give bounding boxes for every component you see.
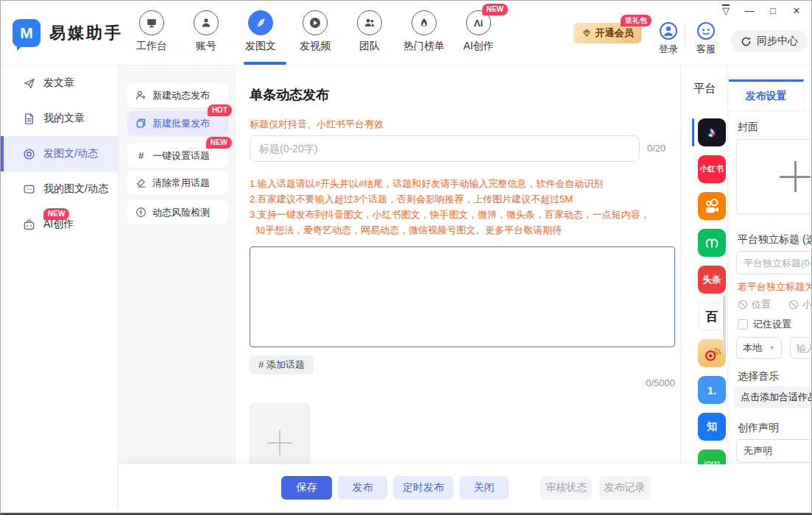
remember-settings-checkbox[interactable]: 记住设置: [738, 318, 791, 331]
chat-bubble-icon: [23, 183, 35, 196]
source-select[interactable]: 本地 ▼: [736, 337, 782, 359]
publish-button[interactable]: 发布: [338, 476, 387, 500]
title-input[interactable]: [250, 135, 640, 162]
tip-line: 知乎想法，爱奇艺动态，网易动态，微信视频号图文。更多平台敬请期待: [250, 222, 673, 238]
submenu-clear-topic-button[interactable]: 清除常用话题: [127, 171, 228, 195]
tips: 1.输入话题请以#开头并以#结尾，话题和好友请手动输入完整信息，软件会自动识别 …: [250, 176, 673, 238]
dynamic-target-icon: [23, 148, 35, 160]
platform-icon-wechat-channels[interactable]: [698, 229, 726, 257]
app-window: M 易媒助手 工作台 账号 发图文: [0, 0, 812, 515]
nav-label: 发图文: [237, 40, 284, 53]
risk-check-icon: [135, 207, 146, 218]
independent-title-input[interactable]: [736, 251, 812, 274]
prohibit-icon: [738, 299, 748, 310]
music-keyword-input[interactable]: [790, 337, 812, 359]
submenu: 新建动态发布 HOT 新建批量发布 NEW # 一键设置话题 清除常用话题 动态…: [119, 65, 236, 513]
sync-center-button[interactable]: 同步中心: [731, 30, 808, 52]
platform-icon-zhihu[interactable]: 知: [698, 413, 726, 441]
independent-title-label: 平台独立标题 (选填: [738, 233, 812, 246]
submenu-set-topic-button[interactable]: NEW # 一键设置话题: [127, 143, 228, 168]
sidebar-item-my-image-dynamic[interactable]: 我的图文/动态: [1, 171, 118, 207]
location-chip[interactable]: 位置: [738, 298, 771, 311]
sidebar-item-post-image-dynamic[interactable]: 发图文/动态: [1, 136, 118, 171]
main-nav: 工作台 账号 发图文 发视频: [128, 10, 502, 53]
miniprogram-chip[interactable]: 小程: [788, 298, 812, 311]
tip-line: 2.百家建议不要输入超过3个话题，否则会影响推荐，上传图片建议不超过5M: [250, 191, 673, 207]
nav-item-ai-create[interactable]: NEW Λi AI创作: [455, 10, 502, 53]
tab-divider: [728, 111, 812, 112]
submenu-new-batch-button[interactable]: HOT 新建批量发布: [127, 111, 228, 135]
platform-bar-title: 平台: [681, 82, 728, 96]
vip-button[interactable]: 开通会员 送礼包: [573, 23, 641, 43]
batch-publish-icon: [135, 118, 146, 129]
nav-item-workbench[interactable]: 工作台: [128, 10, 175, 53]
workbench-icon: [139, 10, 164, 35]
review-status-button[interactable]: 审核状态: [540, 476, 592, 500]
nav-item-team[interactable]: 团队: [346, 10, 393, 53]
page-title: 单条动态发布: [250, 86, 329, 104]
menu-icon[interactable]: ▽: [720, 5, 732, 17]
content-counter: 0/5000: [250, 377, 675, 388]
nav-label: 发视频: [292, 40, 339, 53]
new-badge: NEW: [206, 137, 232, 149]
main-panel: 单条动态发布 标题仅对抖音、小红书平台有效 0/20 1.输入话题请以#开头并以…: [236, 65, 680, 513]
platform-icon-weibo[interactable]: [698, 339, 726, 367]
divider: [685, 23, 685, 48]
login-button[interactable]: 登录: [652, 21, 685, 56]
cover-label: 封面: [738, 121, 758, 134]
platform-icon-kuaishou[interactable]: [698, 192, 726, 220]
tip-line: 1.输入话题请以#开头并以#结尾，话题和好友请手动输入完整信息，软件会自动识别: [250, 176, 673, 191]
platform-scrollbar[interactable]: [723, 295, 726, 352]
nav-label: AI创作: [455, 40, 502, 53]
timed-publish-button[interactable]: 定时发布: [393, 476, 453, 500]
nav-item-hot-list[interactable]: 热门榜单: [400, 10, 448, 53]
close-form-button[interactable]: 关闭: [459, 476, 509, 500]
platform-icon-yidianzixun[interactable]: 1.: [698, 376, 726, 404]
publish-record-button[interactable]: 发布记录: [599, 476, 650, 500]
account-icon: [194, 10, 219, 35]
platform-icon-toutiao[interactable]: 头条: [698, 266, 726, 294]
music-picker-bar[interactable]: 点击添加合适作品: [734, 386, 812, 408]
app-logo-icon: M: [13, 19, 40, 47]
tab-publish-settings[interactable]: 发布设置: [729, 79, 804, 111]
title-counter: 0/20: [647, 143, 666, 154]
active-platform-indicator: [692, 118, 694, 146]
sidebar-item-my-articles[interactable]: 我的文章: [1, 101, 118, 136]
new-post-icon: [135, 90, 146, 101]
publish-settings-panel: 发布设置 封面 平台独立标题 (选填 若平台独立标题为空 位置 小程 记住设置 …: [727, 65, 811, 513]
paper-plane-icon: [23, 77, 35, 90]
platform-icon-douyin[interactable]: ♪: [698, 118, 726, 146]
statement-select[interactable]: 无声明: [736, 439, 812, 463]
eraser-icon: [135, 177, 146, 188]
content-textarea[interactable]: [250, 246, 675, 347]
nav-item-post-video[interactable]: 发视频: [292, 10, 339, 53]
service-button[interactable]: 客服: [690, 21, 722, 56]
nav-label: 账号: [183, 40, 230, 53]
nav-item-account[interactable]: 账号: [183, 10, 230, 53]
new-badge: NEW: [43, 208, 69, 220]
active-tab-underline: [244, 62, 286, 65]
add-topic-button[interactable]: # 添加话题: [250, 355, 314, 374]
new-badge: NEW: [482, 4, 508, 15]
maximize-button[interactable]: □: [767, 5, 779, 17]
platform-icon-xiaohongshu[interactable]: 小红书: [698, 155, 726, 183]
statement-label: 创作声明: [738, 422, 779, 435]
independent-title-note: 若平台独立标题为空: [738, 280, 812, 294]
team-icon: [357, 10, 382, 35]
minimize-button[interactable]: —: [744, 5, 755, 17]
close-button[interactable]: ×: [791, 5, 802, 17]
footer-bar: 保存 发布 定时发布 关闭 审核状态 发布记录: [119, 464, 811, 513]
sidebar-item-post-article[interactable]: 发文章: [1, 65, 118, 101]
platform-icon-baijiahao[interactable]: 百: [698, 302, 726, 330]
nav-label: 团队: [346, 40, 393, 53]
checkbox-icon: [738, 319, 748, 330]
app-title: 易媒助手: [49, 22, 123, 44]
sidebar-item-ai-create[interactable]: NEW AI创作: [1, 207, 118, 242]
submenu-risk-check-button[interactable]: 动态风险检测: [127, 200, 228, 224]
nav-item-post-image-text[interactable]: 发图文: [237, 10, 284, 53]
platform-bar: 平台 ♪ 小红书 头条 百 1. 知 iQIYI: [680, 65, 727, 513]
header: M 易媒助手 工作台 账号 发图文: [1, 1, 811, 65]
option-chips: 位置 小程: [738, 298, 812, 311]
save-button[interactable]: 保存: [281, 476, 332, 500]
cover-upload-box[interactable]: [736, 139, 812, 214]
